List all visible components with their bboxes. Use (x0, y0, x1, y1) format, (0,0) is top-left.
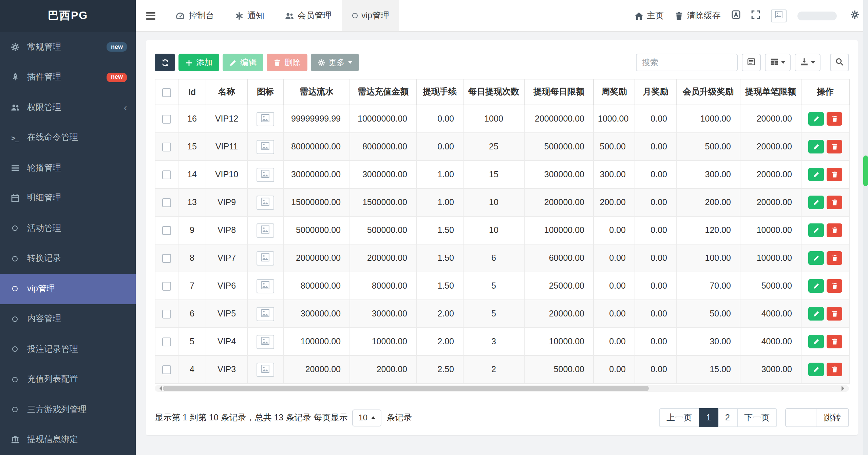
refresh-button[interactable] (155, 54, 175, 71)
next-page-button[interactable]: 下一页 (737, 408, 777, 427)
cell: 8000000.00 (350, 133, 416, 161)
edit-row-button[interactable] (808, 196, 824, 209)
page-scrollbar-thumb[interactable] (863, 156, 868, 186)
home-link[interactable]: 主页 (635, 10, 664, 21)
row-checkbox[interactable] (162, 338, 171, 346)
column-header[interactable]: 提现单笔限额 (740, 79, 801, 105)
sidebar-item[interactable]: 提现信息绑定 (0, 425, 136, 455)
cell: 0.00 (635, 105, 676, 133)
column-header[interactable]: 提现每日限额 (524, 79, 593, 105)
detail-view-button[interactable] (742, 54, 761, 71)
edit-row-button[interactable] (808, 223, 824, 237)
delete-row-button[interactable] (827, 335, 842, 348)
column-header[interactable]: 会员升级奖励 (676, 79, 740, 105)
sidebar-item[interactable]: 轮播管理 (0, 153, 136, 183)
edit-row-button[interactable] (808, 279, 824, 293)
row-checkbox[interactable] (162, 170, 171, 179)
row-checkbox[interactable] (162, 310, 171, 318)
sidebar-item[interactable]: 转换记录 (0, 243, 136, 274)
horizontal-scrollbar[interactable] (155, 385, 849, 392)
jump-button[interactable]: 跳转 (816, 408, 849, 427)
row-checkbox[interactable] (162, 365, 171, 374)
delete-row-button[interactable] (827, 279, 842, 293)
sidebar-item[interactable]: 活动管理 (0, 213, 136, 243)
column-header[interactable]: 提现手续 (416, 79, 463, 105)
page-1-button[interactable]: 1 (699, 408, 718, 427)
select-all-checkbox[interactable] (162, 88, 171, 97)
edit-button[interactable]: 编辑 (223, 54, 263, 71)
settings-gear-button[interactable] (850, 10, 859, 21)
jump-page-input[interactable] (785, 408, 816, 427)
row-checkbox[interactable] (162, 254, 171, 263)
delete-row-button[interactable] (827, 196, 842, 209)
more-button[interactable]: 更多 (311, 54, 359, 71)
sidebar-toggle-button[interactable] (136, 0, 166, 31)
column-header[interactable]: 名称 (206, 79, 247, 105)
export-button[interactable] (795, 54, 820, 71)
language-button[interactable] (732, 10, 740, 21)
column-header[interactable]: 需达流水 (283, 79, 350, 105)
sidebar-item-label: 提现信息绑定 (27, 434, 78, 446)
sidebar-item[interactable]: 插件管理new (0, 62, 136, 92)
delete-row-button[interactable] (827, 140, 842, 153)
delete-row-button[interactable] (827, 251, 842, 265)
sidebar-item[interactable]: vip管理 (0, 274, 136, 304)
column-header[interactable]: Id (178, 79, 206, 105)
delete-row-button[interactable] (827, 223, 842, 237)
sidebar-item[interactable]: >_在线命令管理 (0, 123, 136, 153)
column-header[interactable]: 需达充值金额 (350, 79, 416, 105)
add-button[interactable]: 添加 (178, 54, 219, 71)
column-header[interactable]: 月奖励 (635, 79, 676, 105)
sidebar-item[interactable]: 权限管理‹ (0, 92, 136, 123)
row-checkbox[interactable] (162, 115, 171, 124)
cell: 200.00 (676, 188, 740, 216)
column-header[interactable]: 周奖励 (593, 79, 635, 105)
column-header[interactable]: 图标 (247, 79, 283, 105)
edit-row-button[interactable] (808, 168, 824, 181)
edit-row-button[interactable] (808, 140, 824, 153)
sidebar-item[interactable]: 三方游戏列管理 (0, 395, 136, 425)
edit-row-button[interactable] (808, 251, 824, 265)
page-2-button[interactable]: 2 (718, 408, 737, 427)
column-header[interactable]: 每日提现次数 (463, 79, 524, 105)
delete-row-button[interactable] (827, 363, 842, 376)
clear-cache-link[interactable]: 清除缓存 (675, 10, 721, 21)
fullscreen-button[interactable] (751, 10, 760, 21)
edit-row-button[interactable] (808, 307, 824, 321)
username-redacted[interactable] (797, 11, 837, 20)
sidebar-item[interactable]: 内容管理 (0, 304, 136, 334)
search-button[interactable] (830, 54, 849, 71)
column-header[interactable]: 操作 (801, 79, 849, 105)
search-input[interactable] (636, 54, 738, 71)
scroll-left-arrow[interactable] (157, 386, 162, 391)
nav-tab[interactable]: 通知 (224, 0, 275, 31)
scroll-right-arrow[interactable] (842, 386, 847, 391)
columns-button[interactable] (765, 54, 791, 71)
brand: 巴西PG (0, 0, 136, 32)
edit-row-button[interactable] (808, 363, 824, 376)
sidebar-item[interactable]: 投注记录管理 (0, 334, 136, 364)
avatar[interactable] (771, 9, 787, 22)
nav-tab[interactable]: 会员管理 (275, 0, 342, 31)
page-scrollbar[interactable] (863, 0, 868, 455)
tab-label: vip管理 (361, 10, 389, 21)
row-checkbox[interactable] (162, 143, 171, 151)
delete-button[interactable]: 删除 (267, 54, 307, 71)
row-checkbox[interactable] (162, 198, 171, 207)
row-checkbox[interactable] (162, 282, 171, 291)
page-size-dropdown[interactable]: 10 (352, 409, 382, 426)
sidebar-item[interactable]: 充值列表配置 (0, 364, 136, 395)
sidebar-item[interactable]: 明细管理 (0, 183, 136, 213)
nav-tab[interactable]: 控制台 (166, 0, 224, 31)
prev-page-button[interactable]: 上一页 (659, 408, 699, 427)
sidebar-item-label: 投注记录管理 (27, 344, 78, 355)
sidebar-item[interactable]: 常规管理new (0, 32, 136, 62)
delete-row-button[interactable] (827, 112, 842, 126)
scrollbar-thumb[interactable] (163, 386, 649, 391)
edit-row-button[interactable] (808, 335, 824, 348)
delete-row-button[interactable] (827, 168, 842, 181)
delete-row-button[interactable] (827, 307, 842, 321)
nav-tab[interactable]: vip管理 (342, 0, 399, 31)
edit-row-button[interactable] (808, 112, 824, 126)
row-checkbox[interactable] (162, 226, 171, 235)
